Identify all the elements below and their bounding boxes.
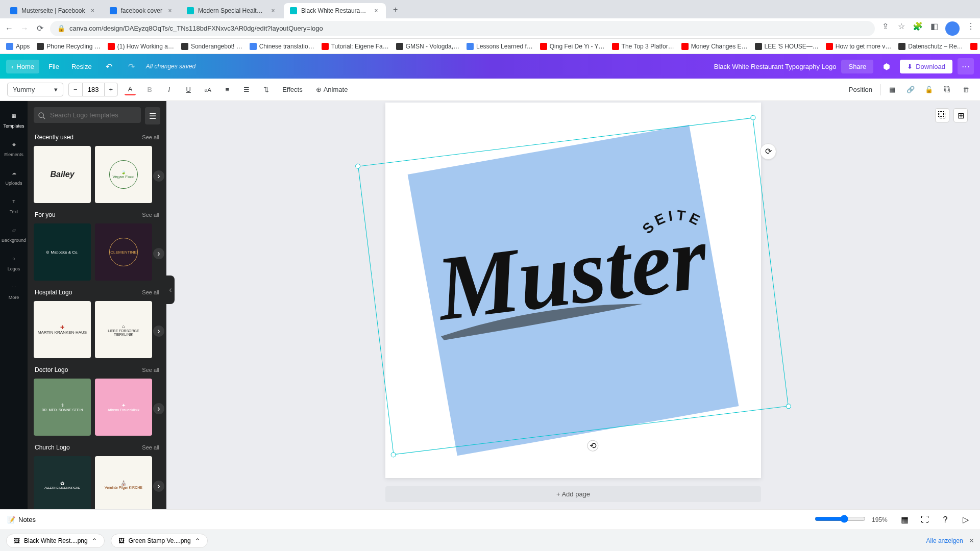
- close-downloads-bar[interactable]: ×: [969, 536, 974, 545]
- floating-undo-button[interactable]: ⟳: [760, 143, 776, 160]
- menu-icon[interactable]: ⋮: [966, 21, 976, 32]
- home-button[interactable]: ‹Home: [6, 60, 39, 73]
- bookmark[interactable]: Lessons Learned f…: [467, 43, 533, 50]
- align-button[interactable]: ≡: [220, 83, 234, 97]
- next-button[interactable]: ›: [153, 325, 164, 337]
- file-menu[interactable]: File: [45, 61, 62, 72]
- next-button[interactable]: ›: [153, 170, 164, 182]
- extension-icon[interactable]: ◧: [929, 21, 939, 32]
- position-button[interactable]: Position: [845, 84, 876, 95]
- list-button[interactable]: ☰: [239, 83, 254, 97]
- template-card[interactable]: ✿ALLERHEILIGENKIRCHE: [34, 456, 91, 509]
- publish-button[interactable]: ⋯: [958, 58, 974, 74]
- close-icon[interactable]: ×: [373, 7, 380, 14]
- uppercase-button[interactable]: aA: [201, 83, 215, 97]
- rail-uploads[interactable]: ☁Uploads: [0, 162, 28, 191]
- underline-button[interactable]: U: [181, 83, 195, 97]
- template-card[interactable]: ✚MARTIN KRANKEN-HAUS: [34, 301, 91, 358]
- url-input[interactable]: 🔒 canva.com/design/DAEyzq8OqTs/c_TNs118b…: [50, 21, 875, 36]
- italic-button[interactable]: I: [162, 83, 176, 97]
- fullscreen-button[interactable]: ⛶: [918, 513, 932, 527]
- resize-handle[interactable]: [355, 163, 361, 169]
- tab-0[interactable]: Musterseite | Facebook×: [4, 3, 103, 18]
- tab-1[interactable]: facebook cover×: [104, 3, 180, 18]
- back-icon[interactable]: ←: [4, 23, 14, 34]
- bookmark[interactable]: The Top 3 Platfor…: [612, 43, 674, 50]
- resize-handle[interactable]: [750, 115, 756, 120]
- extension-icon[interactable]: 🧩: [913, 21, 923, 32]
- template-card[interactable]: ⌂LIEBE FÜRSORGE TIERKLINIK: [95, 301, 152, 358]
- collapse-panel-button[interactable]: ‹: [166, 276, 175, 304]
- bookmark[interactable]: Datenschutz – Re…: [898, 43, 963, 50]
- next-button[interactable]: ›: [153, 248, 164, 259]
- duplicate-button[interactable]: ⿻: [940, 83, 954, 97]
- bookmark[interactable]: (1) How Working a…: [108, 43, 174, 50]
- download-item[interactable]: 🖼Black White Rest....png⌃: [6, 534, 105, 548]
- link-button[interactable]: 🔗: [903, 83, 918, 97]
- lock-button[interactable]: 🔓: [922, 83, 936, 97]
- bookmark[interactable]: GMSN - Vologda,…: [396, 43, 459, 50]
- close-icon[interactable]: ×: [166, 7, 174, 14]
- rotate-handle[interactable]: ⟲: [586, 440, 599, 453]
- grid-view-button[interactable]: ▦: [897, 513, 912, 527]
- zoom-slider[interactable]: [815, 515, 866, 525]
- close-icon[interactable]: ×: [270, 7, 277, 14]
- bookmark[interactable]: Chinese translatio…: [250, 43, 314, 50]
- spacing-button[interactable]: ⇅: [259, 83, 273, 97]
- font-size-input[interactable]: [82, 83, 105, 96]
- see-all-link[interactable]: See all: [142, 134, 159, 140]
- bold-button[interactable]: B: [142, 83, 157, 97]
- resize-handle[interactable]: [786, 404, 791, 409]
- next-button[interactable]: ›: [153, 481, 164, 492]
- template-card[interactable]: ⛪Vereinte Pilger KIRCHE: [95, 456, 152, 509]
- template-card[interactable]: 🍃Vegan Food: [95, 146, 152, 203]
- undo-button[interactable]: ↶: [101, 58, 117, 74]
- bookmark[interactable]: Student Wants a…: [970, 43, 980, 50]
- see-all-link[interactable]: See all: [142, 444, 159, 450]
- filter-button[interactable]: ☰: [145, 107, 160, 124]
- rail-logos[interactable]: ○Logos: [0, 248, 28, 277]
- design-page[interactable]: Muster SEITE ⟲ ⟳: [385, 103, 761, 478]
- bookmark[interactable]: Sonderangebot! …: [181, 43, 242, 50]
- forward-icon[interactable]: →: [19, 23, 30, 34]
- new-tab-button[interactable]: +: [387, 1, 404, 18]
- tab-3-active[interactable]: Black White Restaurant Typo×: [284, 3, 386, 18]
- apps-button[interactable]: Apps: [6, 43, 30, 50]
- share-button[interactable]: Share: [841, 60, 873, 73]
- template-card[interactable]: CLEMENTINE: [95, 223, 152, 281]
- star-icon[interactable]: ☆: [896, 21, 906, 32]
- present-button[interactable]: ▷: [959, 513, 973, 527]
- profile-avatar[interactable]: [945, 21, 960, 36]
- resize-menu[interactable]: Resize: [68, 61, 95, 72]
- download-button[interactable]: ⬇Download: [900, 60, 952, 73]
- copy-page-button[interactable]: ⿻: [935, 108, 949, 122]
- rail-background[interactable]: ▱Background: [0, 219, 28, 248]
- document-title[interactable]: Black White Restaurant Typography Logo: [714, 63, 837, 70]
- rail-text[interactable]: TText: [0, 191, 28, 219]
- help-button[interactable]: ?: [938, 513, 952, 527]
- transparency-button[interactable]: ▦: [885, 83, 899, 97]
- download-item[interactable]: 🖼Green Stamp Ve....png⌃: [111, 534, 208, 548]
- share-icon[interactable]: ⇪: [880, 21, 890, 32]
- template-card[interactable]: ⊙ Matlocke & Co.: [34, 223, 91, 281]
- template-card[interactable]: Bailey: [34, 146, 91, 203]
- chevron-up-icon[interactable]: ⌃: [195, 537, 200, 544]
- effects-button[interactable]: Effects: [278, 84, 307, 95]
- rail-elements[interactable]: ◆Elements: [0, 134, 28, 162]
- resize-handle[interactable]: [390, 452, 396, 458]
- show-all-downloads[interactable]: Alle anzeigen: [926, 537, 963, 544]
- decrease-size-button[interactable]: −: [69, 83, 82, 96]
- rail-templates[interactable]: ▦Templates: [0, 105, 28, 134]
- bookmark[interactable]: LEE 'S HOUSE—…: [755, 43, 819, 50]
- search-input[interactable]: [34, 107, 141, 123]
- bookmark[interactable]: How to get more v…: [826, 43, 891, 50]
- increase-size-button[interactable]: +: [105, 83, 118, 96]
- zoom-percent[interactable]: 195%: [872, 516, 891, 523]
- reload-icon[interactable]: ⟳: [35, 23, 45, 34]
- delete-button[interactable]: 🗑: [959, 83, 973, 97]
- tab-2[interactable]: Modern Special Healthy Food×: [181, 3, 283, 18]
- chevron-up-icon[interactable]: ⌃: [92, 537, 97, 544]
- bookmark[interactable]: Money Changes E…: [681, 43, 748, 50]
- close-icon[interactable]: ×: [89, 7, 96, 14]
- text-color-button[interactable]: A: [123, 83, 137, 97]
